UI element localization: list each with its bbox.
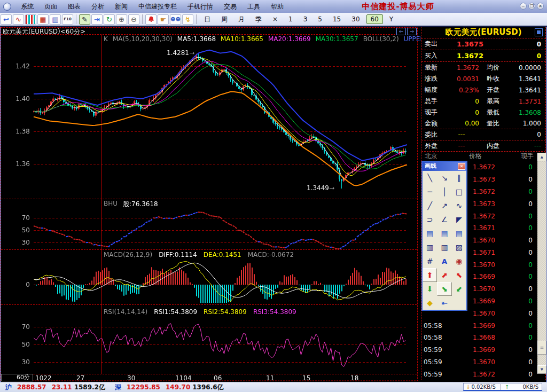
tick-row[interactable]: 05:581.36690 [421, 319, 537, 332]
arc-tool[interactable]: ⊃ [423, 213, 437, 226]
segment-endpoints-tool[interactable]: ↘ [437, 171, 451, 185]
arrow-up-left-tool[interactable]: ⬉ [452, 268, 466, 282]
macd-title: MACD(26,12,9) [104, 251, 152, 258]
regression-channel-tool[interactable]: # [423, 254, 437, 268]
period-×[interactable]: × [268, 14, 282, 24]
indicator-panel-icon[interactable]: ⇥ [91, 14, 103, 25]
cycle-lines-tool[interactable]: ▥ [437, 240, 451, 254]
legend-ma-title: MA(5,10,20,30,30) [113, 35, 173, 43]
restore-icon[interactable]: ❐ [528, 3, 535, 10]
tick-row[interactable]: 05:591.36690 [421, 344, 537, 356]
period-15[interactable]: 15 [329, 14, 345, 24]
menu-帮助[interactable]: 帮助 [265, 1, 289, 12]
trend-line-tool[interactable]: ╱ [423, 199, 437, 213]
eraser-tool[interactable]: ◆ [423, 296, 437, 310]
order-arrows-tool[interactable]: ⇤ [437, 296, 451, 310]
period-5[interactable]: 5 [314, 14, 326, 24]
fibo-retrace-tool[interactable]: ▤ [423, 226, 437, 240]
zoom-in-icon[interactable]: ⊕ [116, 14, 127, 25]
gann-wheel-tool[interactable]: ◉ [452, 254, 466, 268]
segment-tool[interactable]: ╲ [423, 171, 437, 185]
menu-交易[interactable]: 交易 [218, 1, 242, 12]
bhu-title: BHU [104, 200, 118, 209]
vertical-line-tool[interactable]: │ [437, 185, 451, 199]
quote-monitor-icon[interactable]: ▥ [50, 14, 61, 25]
scroll-up-icon[interactable]: ▲ [537, 153, 546, 161]
menu-系统[interactable]: 系统 [15, 1, 39, 12]
arrow-down-left-tool[interactable]: ⬋ [452, 282, 466, 296]
angle-fan-tool[interactable]: ∠ [437, 213, 451, 226]
chart-canvas[interactable] [0, 27, 419, 382]
period-月[interactable]: 月 [234, 14, 249, 25]
period-30[interactable]: 30 [347, 14, 364, 24]
slant-channel-tool[interactable]: ▨ [452, 240, 466, 254]
arrow-down-tool[interactable]: ⬇ [423, 282, 437, 296]
scroll-right-icon[interactable]: ⇒ [407, 28, 417, 35]
close-icon[interactable]: ✕ [458, 163, 465, 170]
zoom-out-icon[interactable]: ⊖ [128, 14, 139, 25]
ray-tool[interactable]: ↗ [437, 199, 451, 213]
period-季[interactable]: 季 [251, 14, 266, 25]
users-icon[interactable]: ☻☻ [170, 14, 181, 25]
menu-新闻[interactable]: 新闻 [110, 1, 133, 12]
menu-手机行情[interactable]: 手机行情 [182, 1, 218, 12]
close-icon[interactable]: ✕ [537, 3, 544, 10]
stat-row: 幅度0.23%开盘1.3641 [421, 84, 545, 96]
scroll-left-icon[interactable]: ⇐ [396, 28, 406, 35]
kline-icon[interactable] [25, 14, 36, 25]
scrollbar[interactable]: ▲ ▼ [537, 153, 546, 374]
line-chart-icon[interactable]: ∿ [13, 14, 24, 25]
arrow-down-right-tool[interactable]: ⬊ [437, 282, 451, 296]
app-icon[interactable] [3, 3, 11, 11]
sh-amount: 1589.2亿 [74, 383, 105, 392]
period-1[interactable]: 1 [284, 14, 297, 24]
f10-icon[interactable]: F10 [62, 14, 73, 25]
menu-工具[interactable]: 工具 [242, 1, 265, 12]
text-tool[interactable]: A [437, 254, 451, 268]
arrow-up-right-tool[interactable]: ⬈ [437, 268, 451, 282]
period-60[interactable]: 60 [366, 14, 383, 24]
menu-图表[interactable]: 图表 [62, 1, 86, 12]
arrow-up-tool[interactable]: ⬆ [423, 268, 437, 282]
time-zones-tool[interactable]: ▥ [423, 240, 437, 254]
period-3[interactable]: 3 [299, 14, 312, 24]
percent-lines-tool[interactable]: ▤ [437, 226, 451, 240]
scrollbar-thumb[interactable] [537, 341, 546, 355]
rsi-axis-label: 70 [2, 323, 30, 331]
alert-bell-icon[interactable] [145, 14, 157, 25]
gann-fan-tool[interactable]: ◤ [452, 213, 466, 226]
draw-tool-icon[interactable]: ✎ [79, 14, 90, 25]
lightning-icon[interactable]: ↯ [182, 14, 193, 25]
period-周[interactable]: 周 [217, 14, 232, 25]
menu-分析[interactable]: 分析 [86, 1, 110, 12]
minimize-icon[interactable]: ─ [520, 3, 527, 10]
golden-section-tool[interactable]: ▤ [452, 226, 466, 240]
pointer-hand-icon[interactable]: ☛ [158, 14, 169, 25]
pan-row: 外盘---内盘--- [421, 140, 545, 152]
draw-palette-titlebar[interactable]: 画线 ✕ [423, 162, 466, 171]
refresh-icon[interactable]: ↻ [104, 14, 115, 25]
report-icon[interactable]: ▦ [37, 14, 49, 25]
tick-row[interactable]: 05:581.36680 [421, 332, 537, 344]
tick-row[interactable]: 05:591.36700 [421, 356, 537, 369]
rsi1-value: RSI1:54.3809 [154, 308, 197, 316]
price-axis-label: 1.36 [2, 160, 30, 168]
wave-tool[interactable]: ∿ [452, 199, 466, 213]
sz-label[interactable]: 深 [115, 383, 121, 392]
period-Y[interactable]: Y [385, 14, 397, 24]
panel-maximize-icon[interactable] [535, 28, 543, 36]
title-bar: 系统页面图表分析新闻中信建投专栏手机行情交易工具帮助 中信建投-博易大师 ─ ❐… [0, 0, 547, 13]
tick-row[interactable]: 05:591.36720 [421, 368, 537, 380]
back-icon[interactable]: ↩ [1, 14, 12, 25]
period-日[interactable]: 日 [200, 14, 215, 25]
menu-中信建投专栏[interactable]: 中信建投专栏 [133, 1, 182, 12]
parallel-lines-tool[interactable]: ∥ [452, 171, 466, 185]
rectangle-tool[interactable]: □ [452, 185, 466, 199]
period-box[interactable]: 60分 [1, 374, 33, 381]
horizontal-line-tool[interactable]: ─ [423, 185, 437, 199]
menu-页面[interactable]: 页面 [39, 1, 62, 12]
scroll-down-icon[interactable]: ▼ [537, 365, 546, 374]
low-annotation: 1.3449→ [307, 184, 334, 192]
legend-ma5: MA5:1.3668 [177, 35, 216, 43]
sh-label[interactable]: 沪 [5, 383, 12, 392]
